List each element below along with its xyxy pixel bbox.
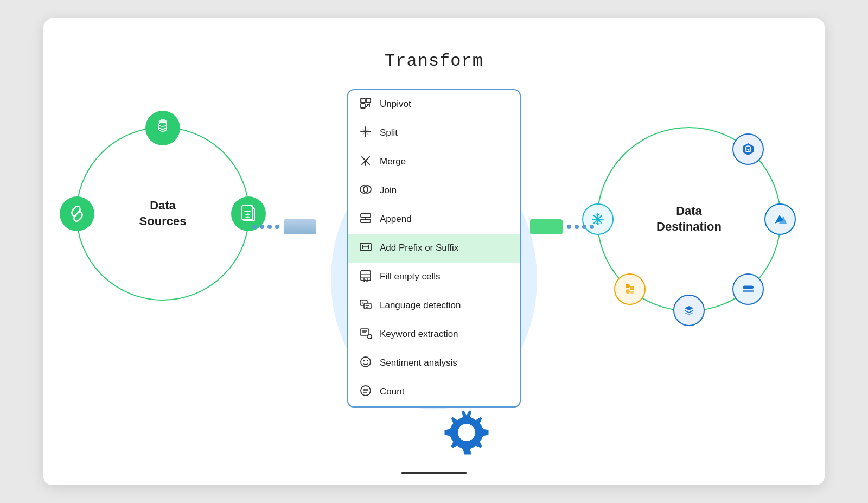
right-connector — [530, 219, 594, 234]
language-detection-label: Language detection — [380, 300, 461, 311]
svg-point-48 — [626, 284, 630, 288]
svg-text:文: 文 — [365, 304, 368, 308]
menu-item-merge[interactable]: Merge — [348, 148, 520, 176]
menu-item-unpivot[interactable]: Unpivot — [348, 90, 520, 119]
menu-item-keyword-extraction[interactable]: Keyword extraction — [348, 320, 520, 349]
count-icon — [359, 385, 372, 399]
svg-rect-21 — [361, 271, 371, 281]
append-label: Append — [380, 214, 412, 225]
data-sources-label: Data Sources — [139, 198, 187, 229]
svg-point-35 — [361, 357, 371, 367]
svg-point-49 — [630, 286, 634, 290]
svg-point-37 — [367, 360, 368, 361]
svg-point-1 — [159, 122, 167, 126]
dest-icon-1[interactable] — [732, 133, 764, 165]
count-label: Count — [380, 386, 404, 397]
language-detection-icon: A 文 — [359, 298, 372, 313]
keyword-extraction-icon — [359, 327, 372, 342]
data-destination-area: Data Destination — [597, 127, 781, 311]
menu-item-add-prefix-suffix[interactable]: Add Prefix or Suffix — [348, 234, 520, 263]
menu-item-fill-empty[interactable]: Fill empty cells — [348, 263, 520, 291]
cloud-db-icon[interactable] — [145, 111, 180, 145]
unpivot-icon — [359, 97, 372, 112]
menu-item-count[interactable]: Count — [348, 378, 520, 406]
bottom-bar — [401, 472, 467, 474]
data-sources-area: Data Sources — [76, 127, 250, 301]
data-destination-label: Data Destination — [656, 203, 722, 234]
dest-icon-2[interactable] — [764, 203, 796, 235]
fill-empty-icon — [359, 270, 372, 284]
svg-line-34 — [371, 338, 372, 339]
page-title: Transform — [385, 51, 483, 71]
svg-rect-30 — [360, 329, 369, 335]
sentiment-analysis-icon — [359, 356, 372, 371]
svg-rect-46 — [743, 290, 754, 292]
append-icon — [359, 212, 372, 227]
dest-icon-4[interactable] — [673, 295, 705, 326]
data-destination-circle: Data Destination — [597, 127, 781, 311]
menu-item-split[interactable]: Split — [348, 119, 520, 148]
svg-rect-5 — [366, 98, 371, 103]
split-icon — [359, 126, 372, 141]
left-connector — [252, 219, 316, 234]
svg-point-51 — [630, 291, 634, 294]
menu-item-join[interactable]: Join — [348, 176, 520, 205]
join-label: Join — [380, 185, 397, 196]
split-label: Split — [380, 128, 398, 138]
prefix-suffix-icon — [359, 241, 372, 256]
svg-point-50 — [626, 289, 630, 294]
merge-label: Merge — [380, 156, 406, 167]
svg-point-36 — [363, 360, 365, 361]
menu-item-append[interactable]: Append — [348, 205, 520, 234]
keyword-extraction-label: Keyword extraction — [380, 329, 458, 340]
fill-empty-label: Fill empty cells — [380, 271, 440, 282]
join-icon — [359, 183, 372, 198]
menu-item-sentiment-analysis[interactable]: Sentiment analysis — [348, 349, 520, 378]
dest-icon-3[interactable] — [732, 273, 764, 305]
gear-icon-area — [439, 405, 494, 462]
svg-rect-6 — [361, 104, 365, 108]
svg-rect-47 — [744, 285, 752, 286]
transform-area: Unpivot Split — [347, 89, 521, 408]
add-prefix-suffix-label: Add Prefix or Suffix — [380, 243, 458, 253]
svg-line-2 — [75, 212, 79, 216]
unpivot-label: Unpivot — [380, 99, 411, 110]
merge-icon — [359, 155, 372, 169]
menu-item-language-detection[interactable]: A 文 Language detection — [348, 291, 520, 320]
data-sources-circle: Data Sources — [76, 127, 250, 301]
svg-text:A: A — [361, 302, 364, 305]
sentiment-analysis-label: Sentiment analysis — [380, 358, 457, 368]
transform-panel: Unpivot Split — [347, 89, 521, 408]
dest-icon-5[interactable] — [614, 273, 646, 305]
svg-point-42 — [458, 424, 475, 441]
main-card: Transform — [43, 18, 825, 485]
link-icon[interactable] — [60, 196, 94, 231]
